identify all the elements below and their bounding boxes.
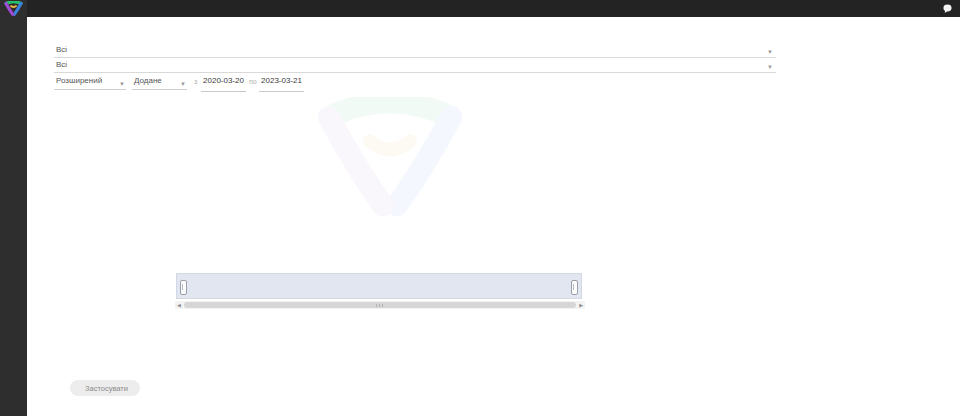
list-view-button[interactable] bbox=[444, 385, 458, 399]
brush-handle-right[interactable] bbox=[571, 280, 578, 295]
brush-mini-chart bbox=[177, 274, 581, 298]
horizontal-scrollbar[interactable]: ◀ ▶ bbox=[175, 301, 585, 309]
date-field-select[interactable]: Додане ▼ bbox=[132, 74, 187, 90]
date-from-input[interactable]: 2020-03-20 bbox=[201, 74, 246, 92]
sidebar bbox=[0, 0, 27, 416]
scrollbar-thumb[interactable] bbox=[184, 302, 576, 308]
scroll-left-arrow[interactable]: ◀ bbox=[177, 301, 181, 309]
search-mode-value: Розширений bbox=[56, 76, 102, 85]
product-filter-value: Всі bbox=[56, 60, 67, 69]
chevron-down-icon: ▼ bbox=[767, 64, 773, 70]
date-from-label: з bbox=[194, 78, 197, 85]
app-logo-icon[interactable] bbox=[3, 1, 24, 16]
date-to-label: по bbox=[249, 78, 257, 85]
product-filter[interactable]: Всі ▼ bbox=[36, 58, 776, 72]
brush-handle-left[interactable] bbox=[180, 280, 187, 295]
apply-filters-label: Застосувати bbox=[85, 384, 128, 393]
scroll-right-arrow[interactable]: ▶ bbox=[579, 301, 583, 309]
category-filter[interactable]: Всі ▼ bbox=[36, 43, 776, 57]
date-to-input[interactable]: 2023-03-21 bbox=[259, 74, 304, 92]
search-mode-select[interactable]: Розширений ▼ bbox=[54, 74, 126, 90]
app-root: Всі ▼ Всі ▼ Розширений ▼ Додане ▼ з 2020… bbox=[0, 0, 960, 416]
messages-icon[interactable] bbox=[941, 2, 954, 15]
topbar bbox=[0, 0, 960, 17]
topbar-icons bbox=[941, 0, 954, 17]
package-view-button[interactable] bbox=[477, 385, 491, 399]
chevron-down-icon: ▼ bbox=[180, 81, 186, 87]
orders-by-status-chart[interactable] bbox=[175, 100, 605, 256]
category-filter-value: Всі bbox=[56, 45, 67, 54]
apply-filters-button[interactable]: Застосувати bbox=[70, 380, 140, 396]
chart-brush[interactable] bbox=[176, 273, 582, 299]
chevron-down-icon: ▼ bbox=[767, 49, 773, 55]
chevron-down-icon: ▼ bbox=[119, 81, 125, 87]
date-field-value: Додане bbox=[134, 76, 162, 85]
